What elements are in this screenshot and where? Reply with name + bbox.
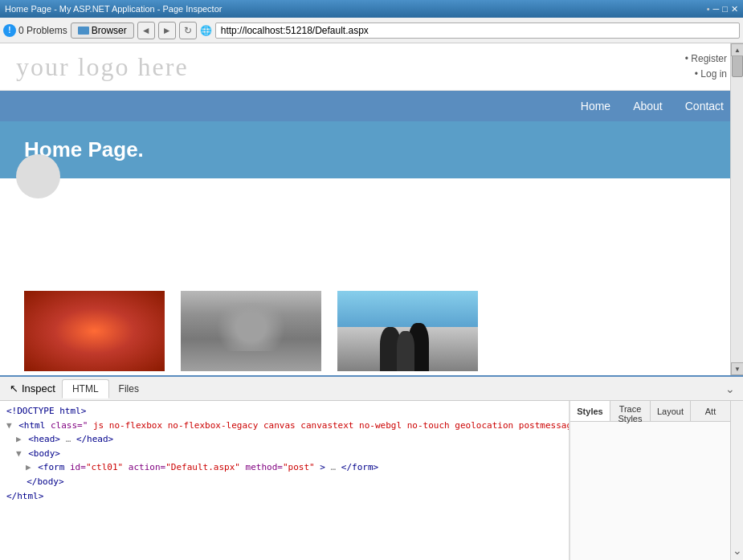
site-header: your logo here • Register • Log in [0, 43, 743, 91]
html-code-panel[interactable]: <!DOCTYPE html> ▼ <html class=" js no-fl… [0, 401, 569, 560]
inspect-label: Inspect [22, 382, 55, 394]
nav-back-button[interactable]: ◄ [137, 22, 155, 39]
tab-files[interactable]: Files [109, 380, 149, 398]
site-nav: Home About Contact [0, 91, 743, 121]
title-bar-controls: • ─ □ ✕ [707, 4, 738, 14]
inspect-button[interactable]: ↖ Inspect [3, 382, 62, 394]
nav-home[interactable]: Home [578, 95, 614, 117]
head-line: ▶ <head> … </head> [16, 432, 562, 447]
image-penguins [337, 291, 478, 371]
nav-about[interactable]: About [630, 95, 666, 117]
toolbar: ! 0 Problems Browser ◄ ► ↻ 🌐 [0, 18, 743, 43]
nav-contact[interactable]: Contact [682, 95, 727, 117]
browser-scrollbar[interactable]: ▲ ▼ [730, 43, 743, 375]
title-bar: Home Page - My ASP.NET Application - Pag… [0, 0, 743, 18]
maximize-button[interactable]: □ [722, 4, 728, 14]
tab-layout[interactable]: Layout [651, 401, 691, 421]
styles-panel: Styles Trace Styles Layout Att [569, 401, 730, 560]
image-flower [24, 291, 165, 371]
doctype-line: <!DOCTYPE html> [6, 404, 562, 419]
nav-forward-button[interactable]: ► [158, 22, 176, 39]
chevron-down-icon: ⌄ [733, 544, 742, 557]
html-close-line: </html> [6, 489, 562, 504]
browser-button[interactable]: Browser [71, 22, 134, 39]
site-header-links: • Register • Log in [685, 51, 727, 82]
problems-count: 0 Problems [18, 25, 67, 36]
login-link[interactable]: Log in [700, 68, 727, 80]
devtools-tab-bar: ↖ Inspect HTML Files ⌄ [0, 377, 743, 401]
browser-content: your logo here • Register • Log in Home … [0, 43, 743, 375]
images-row [0, 275, 743, 375]
browser-label: Browser [92, 25, 127, 36]
tab-html[interactable]: HTML [62, 379, 109, 399]
register-link[interactable]: Register [691, 53, 727, 64]
styles-tab-bar: Styles Trace Styles Layout Att [570, 401, 730, 422]
hero-title: Home Page. [24, 137, 719, 162]
browser-icon [78, 27, 89, 35]
body-open-line: ▼ <body> [16, 447, 562, 461]
minimize-button[interactable]: ─ [713, 4, 720, 14]
close-button[interactable]: ✕ [731, 4, 738, 14]
nav-refresh-button[interactable]: ↻ [179, 22, 197, 39]
address-icon: 🌐 [200, 25, 212, 36]
image-koala [181, 291, 321, 371]
form-line: ▶ <form id="ctl01" action="Default.aspx"… [26, 460, 562, 475]
bullet-icon: • [707, 4, 710, 14]
body-close-line: </body> [16, 475, 562, 489]
tab-styles[interactable]: Styles [570, 401, 610, 421]
devtools-main: <!DOCTYPE html> ▼ <html class=" js no-fl… [0, 401, 743, 560]
html-open-line: ▼ <html class=" js no-flexbox no-flexbox… [6, 419, 562, 433]
problems-indicator: ! 0 Problems [3, 24, 67, 37]
site-hero: Home Page. [0, 121, 743, 178]
site-logo: your logo here [16, 52, 189, 82]
devtools-corner-expand[interactable]: ⌄ [730, 401, 743, 560]
problems-icon: ! [3, 24, 16, 37]
address-input[interactable] [215, 22, 740, 39]
scrollbar-down-arrow[interactable]: ▼ [731, 362, 743, 375]
cursor-icon: ↖ [10, 382, 18, 394]
title-bar-title: Home Page - My ASP.NET Application - Pag… [5, 4, 222, 14]
tab-trace-styles[interactable]: Trace Styles [610, 401, 651, 421]
title-bar-text: Home Page - My ASP.NET Application - Pag… [5, 4, 222, 14]
devtools-expand-btn[interactable]: ⌄ [721, 379, 740, 399]
tab-att[interactable]: Att [691, 401, 730, 421]
scrollbar-up-arrow[interactable]: ▲ [731, 43, 743, 56]
site-body [0, 178, 743, 275]
address-bar: 🌐 [200, 22, 740, 39]
devtools-panel: ↖ Inspect HTML Files ⌄ <!DOCTYPE html> ▼… [0, 375, 743, 560]
